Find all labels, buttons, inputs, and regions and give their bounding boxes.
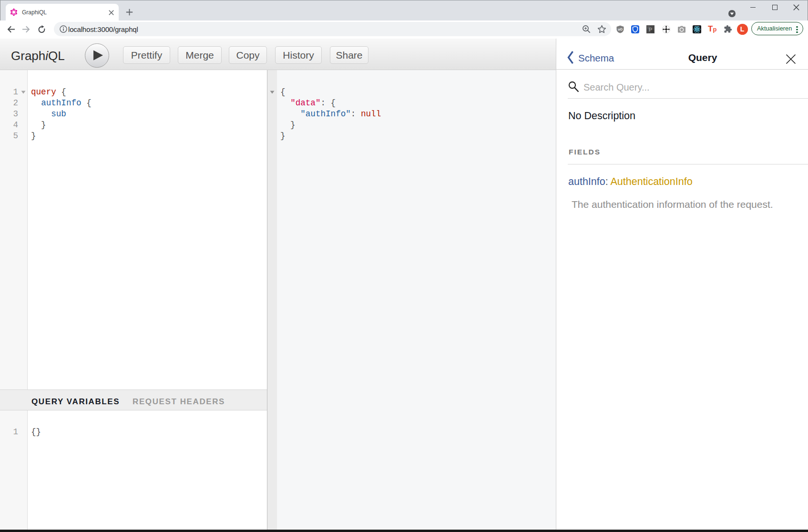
svg-text:uO: uO — [618, 28, 623, 31]
svg-text:P: P — [649, 27, 652, 32]
